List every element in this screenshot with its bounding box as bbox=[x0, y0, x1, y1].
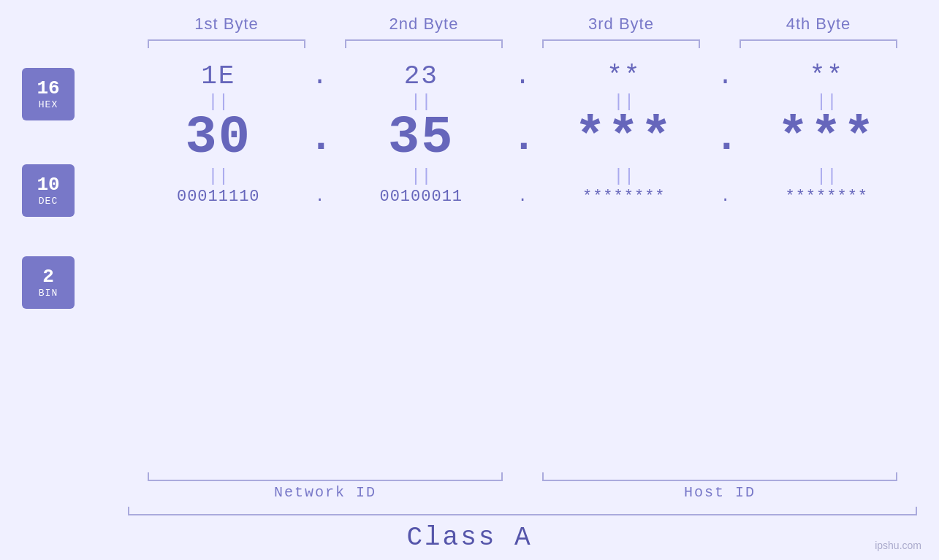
dec-b1: 30 bbox=[128, 112, 309, 164]
network-id-label: Network ID bbox=[128, 484, 522, 501]
top-bracket-row bbox=[22, 39, 917, 48]
bin-badge: 2 BIN bbox=[22, 256, 75, 309]
host-id-label: Host ID bbox=[522, 484, 917, 501]
bin-dot-3: . bbox=[715, 188, 737, 206]
hex-b4: ** bbox=[737, 61, 918, 91]
byte3-header: 3rd Byte bbox=[522, 15, 720, 34]
network-bracket-cell bbox=[128, 472, 522, 481]
bracket-top-1 bbox=[148, 39, 305, 48]
bin-badge-label: BIN bbox=[39, 288, 58, 299]
bin-b3: ******** bbox=[533, 188, 715, 206]
dec-badge-num: 10 bbox=[37, 174, 59, 196]
hex-badge-num: 16 bbox=[37, 78, 59, 99]
class-label: Class A bbox=[22, 523, 917, 553]
bottom-brackets-row bbox=[22, 472, 917, 481]
bin-dot-2: . bbox=[512, 188, 533, 206]
hex-b3: ** bbox=[533, 61, 715, 91]
dec-badge-label: DEC bbox=[39, 196, 58, 207]
badges-column: 16 HEX 10 DEC 2 BIN bbox=[22, 61, 128, 315]
byte-header-row: 1st Byte 2nd Byte 3rd Byte 4th Byte bbox=[22, 15, 917, 34]
dec-b4: *** bbox=[737, 112, 918, 164]
host-bracket-cell bbox=[522, 472, 917, 481]
hex-data-row: 1E . 23 . ** . ** bbox=[128, 61, 917, 91]
outer-bracket bbox=[128, 507, 917, 515]
hex-dot-1: . bbox=[309, 61, 331, 91]
outer-bracket-row bbox=[22, 507, 917, 515]
data-grid: 1E . 23 . ** . ** || || || || 30 bbox=[128, 61, 917, 206]
bin-badge-num: 2 bbox=[42, 266, 54, 288]
dec-dot-2: . bbox=[512, 115, 533, 161]
bin-dot-1: . bbox=[309, 188, 331, 206]
bin-b2: 00100011 bbox=[331, 188, 512, 206]
bracket-top-4 bbox=[740, 39, 897, 48]
dec-badge: 10 DEC bbox=[22, 164, 75, 217]
bracket-cell-2 bbox=[325, 39, 522, 48]
byte4-header: 4th Byte bbox=[720, 15, 917, 34]
dec-badge-wrapper: 10 DEC bbox=[22, 150, 75, 231]
hex-badge-wrapper: 16 HEX bbox=[22, 61, 75, 127]
bin-data-row: 00011110 . 00100011 . ******** . *******… bbox=[128, 188, 917, 206]
byte1-header: 1st Byte bbox=[128, 15, 325, 34]
bin-b1: 00011110 bbox=[128, 188, 309, 206]
eq2-b4: || bbox=[737, 166, 918, 186]
hex-b1: 1E bbox=[128, 61, 309, 91]
main-container: 1st Byte 2nd Byte 3rd Byte 4th Byte 16 H… bbox=[0, 0, 939, 560]
dec-data-row: 30 . 35 . *** . *** bbox=[128, 112, 917, 164]
bracket-cell-1 bbox=[128, 39, 325, 48]
bracket-top-3 bbox=[542, 39, 700, 48]
bracket-cell-3 bbox=[522, 39, 720, 48]
watermark: ipshu.com bbox=[875, 540, 921, 551]
bracket-cell-4 bbox=[720, 39, 917, 48]
bin-badge-wrapper: 2 BIN bbox=[22, 250, 75, 315]
hex-dot-2: . bbox=[512, 61, 533, 91]
byte2-header: 2nd Byte bbox=[325, 15, 522, 34]
dec-b3: *** bbox=[533, 112, 715, 164]
hex-dot-3: . bbox=[715, 61, 737, 91]
dec-b2: 35 bbox=[331, 112, 512, 164]
id-labels-row: Network ID Host ID bbox=[22, 484, 917, 501]
host-bracket bbox=[542, 472, 897, 481]
equals-row-2: || || || || bbox=[128, 164, 917, 188]
dec-dot-1: . bbox=[309, 115, 331, 161]
eq2-b2: || bbox=[331, 166, 512, 186]
bracket-top-2 bbox=[345, 39, 503, 48]
bin-b4: ******** bbox=[737, 188, 918, 206]
network-bracket bbox=[148, 472, 503, 481]
dec-dot-3: . bbox=[715, 115, 737, 161]
eq2-b3: || bbox=[533, 166, 715, 186]
hex-b2: 23 bbox=[331, 61, 512, 91]
eq2-b1: || bbox=[128, 166, 309, 186]
hex-badge: 16 HEX bbox=[22, 68, 75, 120]
hex-badge-label: HEX bbox=[39, 99, 58, 110]
